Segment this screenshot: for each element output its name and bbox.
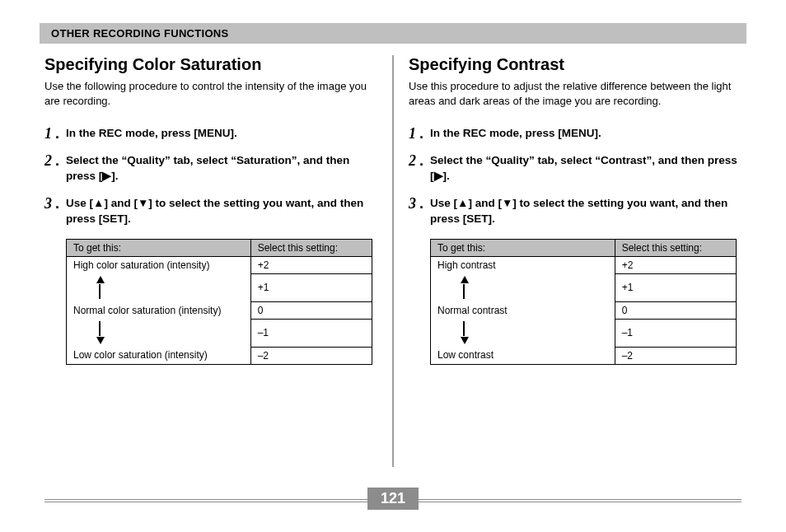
table-row: –1 — [67, 319, 372, 347]
columns: Specifying Color Saturation Use the foll… — [40, 55, 746, 467]
cell-high: High contrast — [431, 256, 615, 273]
step-number: 1 — [44, 126, 52, 141]
step-item: 3.Use [▲] and [▼] to select the setting … — [44, 196, 377, 227]
cell-value: +1 — [615, 273, 736, 301]
cell-normal: Normal contrast — [431, 301, 615, 319]
table-head-desc: To get this: — [67, 239, 251, 256]
step-text: Use [▲] and [▼] to select the setting yo… — [66, 196, 377, 227]
cell-value: 0 — [250, 301, 372, 319]
page-footer: 121 — [0, 488, 786, 512]
column-contrast: Specifying Contrast Use this procedure t… — [394, 55, 746, 467]
cell-value: –2 — [615, 347, 736, 364]
cell-normal: Normal color saturation (intensity) — [67, 301, 251, 319]
table-head-val: Select this setting: — [615, 239, 736, 256]
cell-low: Low color saturation (intensity) — [67, 347, 251, 364]
intro-contrast: Use this procedure to adjust the relativ… — [409, 79, 742, 108]
step-number: 1 — [409, 126, 416, 141]
cell-high: High color saturation (intensity) — [67, 256, 251, 273]
step-number: 2 — [44, 153, 52, 168]
step-item: 1.In the REC mode, press [MENU]. — [44, 126, 377, 142]
table-row: +1 — [67, 273, 372, 301]
step-item: 1.In the REC mode, press [MENU]. — [409, 126, 742, 142]
table-row: Normal contrast 0 — [431, 301, 737, 319]
table-row: Low color saturation (intensity) –2 — [67, 347, 372, 364]
cell-arrow-up — [67, 273, 251, 301]
cell-value: +1 — [250, 273, 372, 301]
arrow-up-icon — [462, 276, 608, 299]
cell-value: –1 — [250, 319, 372, 347]
table-row: Normal color saturation (intensity) 0 — [67, 301, 372, 319]
table-row: –1 — [431, 319, 737, 347]
manual-page: OTHER RECORDING FUNCTIONS Specifying Col… — [0, 0, 786, 532]
step-text: Select the “Quality” tab, select “Satura… — [66, 153, 377, 184]
table-contrast: To get this: Select this setting: High c… — [430, 239, 737, 365]
column-saturation: Specifying Color Saturation Use the foll… — [40, 55, 392, 467]
cell-value: –2 — [250, 347, 372, 364]
cell-value: 0 — [615, 301, 736, 319]
table-row: High color saturation (intensity) +2 — [67, 256, 372, 273]
table-row: High contrast +2 — [431, 256, 737, 273]
cell-value: +2 — [615, 256, 736, 273]
cell-arrow-down — [431, 319, 615, 347]
step-item: 2.Select the “Quality” tab, select “Satu… — [44, 153, 377, 184]
table-header-row: To get this: Select this setting: — [67, 239, 372, 256]
table-row: +1 — [431, 273, 737, 301]
step-number: 3 — [44, 196, 52, 211]
table-row: Low contrast –2 — [431, 347, 737, 364]
step-text: Use [▲] and [▼] to select the setting yo… — [430, 196, 742, 227]
table-header-row: To get this: Select this setting: — [431, 239, 737, 256]
arrow-up-icon — [98, 276, 244, 299]
step-text: In the REC mode, press [MENU]. — [430, 126, 601, 142]
step-number: 3 — [409, 196, 416, 211]
heading-contrast: Specifying Contrast — [409, 55, 742, 74]
steps-contrast: 1.In the REC mode, press [MENU]. 2.Selec… — [409, 126, 742, 226]
table-head-val: Select this setting: — [250, 239, 372, 256]
table-saturation: To get this: Select this setting: High c… — [66, 239, 372, 365]
step-number: 2 — [409, 153, 416, 168]
page-number-badge: 121 — [367, 488, 419, 510]
cell-arrow-up — [431, 273, 615, 301]
step-item: 2.Select the “Quality” tab, select “Cont… — [409, 153, 742, 184]
cell-low: Low contrast — [431, 347, 615, 364]
section-header: OTHER RECORDING FUNCTIONS — [40, 23, 746, 44]
steps-saturation: 1.In the REC mode, press [MENU]. 2.Selec… — [44, 126, 377, 226]
step-item: 3.Use [▲] and [▼] to select the setting … — [409, 196, 742, 227]
arrow-down-icon — [462, 321, 608, 344]
cell-arrow-down — [67, 319, 251, 347]
intro-saturation: Use the following procedure to control t… — [44, 79, 377, 108]
cell-value: –1 — [615, 319, 736, 347]
step-text: Select the “Quality” tab, select “Contra… — [430, 153, 742, 184]
heading-saturation: Specifying Color Saturation — [44, 55, 377, 74]
footer-rule: 121 — [40, 488, 746, 512]
table-head-desc: To get this: — [431, 239, 615, 256]
step-text: In the REC mode, press [MENU]. — [66, 126, 237, 142]
cell-value: +2 — [250, 256, 372, 273]
arrow-down-icon — [98, 321, 244, 344]
